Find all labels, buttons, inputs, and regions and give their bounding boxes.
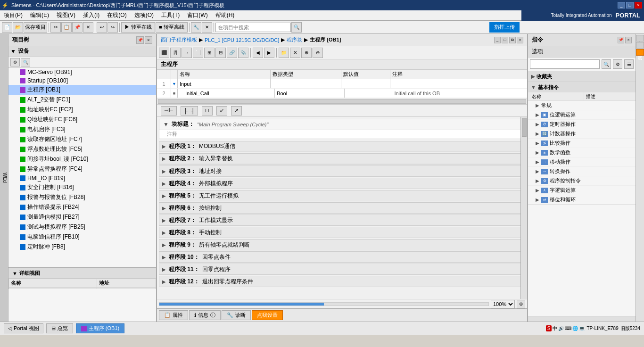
tree-tb-2[interactable]: 🔍 [21, 58, 30, 66]
lad-tb-1[interactable]: ⬛ [159, 48, 169, 58]
tb-open[interactable]: 📂 [13, 22, 23, 33]
inst-item-shift[interactable]: ▶ ⇄ 移位和循环 [528, 195, 636, 205]
inst-item-move[interactable]: ▶ → 移动操作 [528, 157, 636, 167]
lad-tb-2[interactable]: |/| [170, 48, 181, 58]
search-btn[interactable]: 🔍 [291, 22, 302, 33]
network-header-3[interactable]: ▶ 程序段 3： 地址对接 [159, 166, 525, 176]
inst-item-counter[interactable]: ▶ 🔢 计数器操作 [528, 129, 636, 139]
menu-window[interactable]: 窗口(W) [183, 10, 211, 20]
network-header-9[interactable]: ▶ 程序段 9： 所有轴零点就绪判断 [159, 240, 525, 250]
inst-config-btn[interactable]: ⚙ [613, 59, 622, 69]
breadcrumb-2[interactable]: PLC_1 [CPU 1215C DC/DC/DC] [205, 37, 279, 43]
inst-item-timer[interactable]: ▶ ⏱ 定时器操作 [528, 120, 636, 129]
close-btn[interactable]: × [635, 2, 642, 8]
tb-go-offline[interactable]: ■ 转至离线 [156, 22, 188, 33]
tb-delete[interactable]: ✕ [83, 22, 93, 33]
tree-item-alt2[interactable]: ALT_2交替 [FC1] [8, 95, 156, 105]
left-edge-tab[interactable]: WEd [0, 34, 8, 322]
upload-btn[interactable]: 指挥上传 [489, 22, 520, 33]
tree-item-pc-comm[interactable]: 电脑通信程序 [FB10] [8, 232, 156, 242]
inst-list-btn[interactable]: ☰ [624, 59, 634, 69]
tree-item-startup[interactable]: Startup [OB100] [8, 76, 156, 85]
right-vtab-lib[interactable]: 库 [636, 42, 644, 49]
detail-view-header[interactable]: ▼ 详细视图 [8, 268, 156, 279]
lad-tb-7[interactable]: 🔗 [227, 48, 237, 58]
options-tab[interactable]: 选项 [528, 46, 636, 58]
tb-btn-a[interactable]: 🔧 [191, 22, 201, 33]
menu-project[interactable]: 项目(P) [0, 10, 26, 20]
tb-redo[interactable]: ↪ [107, 22, 118, 33]
lad-expand[interactable]: ⊕ [301, 48, 312, 58]
network-header-4[interactable]: ▶ 程序段 4： 外部模拟程序 [159, 178, 525, 189]
network-header-2[interactable]: ▶ 程序段 2： 输入异常替换 [159, 154, 525, 164]
menu-view[interactable]: 视图(V) [53, 10, 79, 20]
zoom-btn[interactable]: ⊕ [517, 300, 525, 308]
tree-item-float[interactable]: 浮点数处理比较 [FC5] [8, 144, 156, 154]
menu-edit[interactable]: 编辑(E) [26, 10, 53, 20]
editor-max-btn[interactable]: □ [502, 37, 508, 43]
favorites-header[interactable]: ▶ 收藏夹 [528, 71, 636, 82]
table-hscroll[interactable] [157, 98, 527, 105]
right-panel-scroll[interactable] [528, 316, 636, 322]
inst-item-math[interactable]: ▶ ± 数学函数 [528, 148, 636, 157]
minimize-btn[interactable]: _ [618, 2, 625, 8]
tree-item-main[interactable]: 主程序 [OB1] [8, 85, 156, 95]
network-header-8[interactable]: ▶ 程序段 8： 手动控制 [159, 227, 525, 238]
tree-item-measure-comm[interactable]: 测量通信模拟 [FB27] [8, 212, 156, 222]
network-header-7[interactable]: ▶ 程序段 7： 工作模式显示 [159, 215, 525, 225]
inst-item-compare[interactable]: ▶ ≶ 比较操作 [528, 139, 636, 148]
right-vtab-tasks[interactable]: 任务 [636, 35, 644, 41]
tree-item-q-addr[interactable]: Q地址映射FC [FC6] [8, 115, 156, 124]
tree-item-mc-servo[interactable]: MC-Servo [OB91] [8, 68, 156, 76]
inst-search-input[interactable] [530, 59, 600, 69]
tree-item-hmi-io[interactable]: HMI_IO [FB19] [8, 174, 156, 182]
menu-online[interactable]: 在线(O) [103, 10, 130, 20]
device-section-header[interactable]: ▼ 设备 [8, 46, 156, 57]
menu-options[interactable]: 选项(O) [131, 10, 157, 20]
main-prog-tab[interactable]: 主程序 (OB1) [76, 323, 124, 333]
lad-tb-4[interactable]: ⬜ [193, 48, 203, 58]
tree-tb-1[interactable]: ⚙ [10, 58, 20, 66]
editor-float-btn[interactable]: ⧉ [509, 37, 516, 43]
tree-item-indirect[interactable]: 间接寻址bool_读 [FC10] [8, 154, 156, 164]
lad-coil-btn[interactable]: ⊣⊢ [161, 106, 177, 116]
breadcrumb-1[interactable]: 西门子程序模板 [161, 36, 197, 43]
lad-collapse[interactable]: ⊖ [313, 48, 323, 58]
lad-tb-5[interactable]: ⊞ [204, 48, 215, 58]
settings-custom-tab[interactable]: 点我设置 [252, 310, 283, 320]
tree-item-safety-door[interactable]: 安全门控制 [FB16] [8, 182, 156, 192]
lad-contact-btn[interactable]: ├─┤ [181, 106, 198, 116]
tb-cut[interactable]: ✂ [50, 22, 61, 33]
expand-block-icon[interactable]: ▼ [163, 121, 169, 128]
inst-search-btn[interactable]: 🔍 [602, 59, 611, 69]
editor-close-btn[interactable]: × [517, 37, 523, 43]
network-header-5[interactable]: ▶ 程序段 5： 无工件运行模拟 [159, 190, 525, 201]
lad-tb-3[interactable]: → [182, 48, 192, 58]
tree-item-test-sim[interactable]: 测试与模拟程序 [FB25] [8, 222, 156, 232]
tb-btn-b[interactable]: ✕ [202, 22, 212, 33]
var-row-2[interactable]: 2 ■ Initial_Call Bool Initial call of th… [157, 89, 527, 98]
menu-help[interactable]: 帮助(H) [212, 10, 239, 20]
zoom-select[interactable]: 100% [491, 300, 515, 308]
lad-close[interactable]: ✕ [290, 48, 300, 58]
diag-tab[interactable]: 🔧 诊断 [222, 310, 251, 320]
tree-close-btn[interactable]: × [145, 36, 152, 44]
lad-tb-8[interactable]: 📎 [238, 48, 248, 58]
right-vtab-test[interactable]: 测试 [636, 49, 644, 56]
tree-item-read-mem[interactable]: 读取存储区地址 [FC7] [8, 134, 156, 144]
lad-close-branch[interactable]: ↗ [231, 106, 242, 116]
tree-pin-btn[interactable]: 📌 [136, 36, 144, 44]
search-input[interactable] [215, 23, 291, 32]
inst-item-word-logic[interactable]: ▶ ∧ 字逻辑运算 [528, 186, 636, 195]
tb-undo[interactable]: ↩ [97, 22, 107, 33]
tree-item-op-error[interactable]: 操作错误提示 [FB24] [8, 202, 156, 212]
tb-copy[interactable]: 📋 [61, 22, 72, 33]
inst-item-prog-ctrl[interactable]: ▶ ⚙ 程序控制指令 [528, 176, 636, 186]
restore-btn[interactable]: □ [626, 2, 634, 8]
lad-open-branch[interactable]: ↙ [216, 106, 227, 116]
inst-item-bit[interactable]: ▶ ▣ 位逻辑运算 [528, 110, 636, 120]
tb-paste[interactable]: 📌 [72, 22, 83, 33]
inst-panel-pin[interactable]: 📌 [618, 37, 624, 43]
inst-item-convert[interactable]: ▶ ↔ 转换操作 [528, 167, 636, 176]
basic-section-header[interactable]: ▼ 基本指令 [528, 82, 636, 92]
